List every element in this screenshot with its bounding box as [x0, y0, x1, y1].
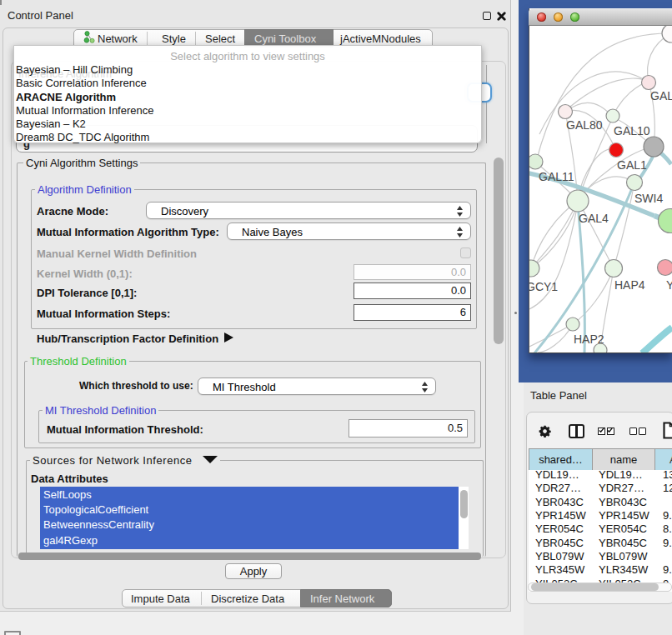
svg-text:GAL1: GAL1 — [617, 158, 647, 172]
svg-text:GAL11: GAL11 — [539, 170, 574, 183]
svg-text:GAL80: GAL80 — [566, 118, 603, 132]
svg-text:GCY1: GCY1 — [529, 280, 558, 293]
svg-text:Y: Y — [666, 278, 672, 292]
svg-text:HAP2: HAP2 — [574, 332, 604, 346]
svg-text:SWI4: SWI4 — [634, 192, 663, 205]
svg-text:GAL7: GAL7 — [650, 89, 672, 102]
svg-text:GAL4: GAL4 — [579, 212, 609, 225]
svg-text:GAL10: GAL10 — [614, 124, 650, 138]
svg-text:HAP4: HAP4 — [614, 278, 645, 292]
